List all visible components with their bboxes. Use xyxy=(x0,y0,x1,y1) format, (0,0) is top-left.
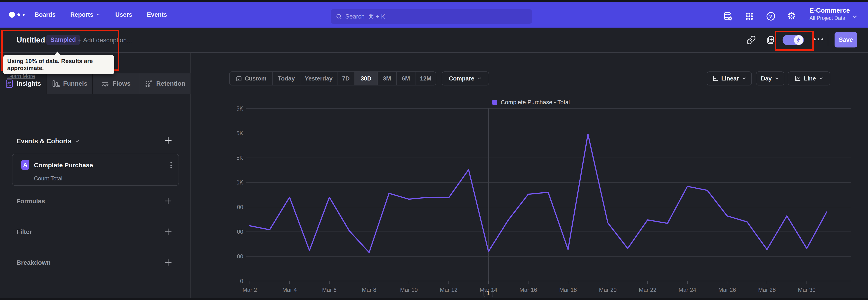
line-chart-icon xyxy=(794,75,801,82)
range-label: Custom xyxy=(245,75,267,82)
svg-text:Mar 2: Mar 2 xyxy=(243,287,257,293)
add-to-board-icon[interactable] xyxy=(766,35,775,46)
svg-text:Mar 10: Mar 10 xyxy=(400,287,418,293)
line-chart[interactable]: 17.5K15K12.5K10K7,5005,0002,5000Mar 2Mar… xyxy=(237,106,857,294)
events-cohorts-header[interactable]: Events & Cohorts xyxy=(17,138,80,145)
event-name[interactable]: Complete Purchase xyxy=(34,162,93,169)
divider xyxy=(828,34,828,46)
range-12m[interactable]: 12M xyxy=(415,72,436,85)
save-button[interactable]: Save xyxy=(835,32,857,48)
funnels-icon xyxy=(51,79,60,88)
section-filter: Filter xyxy=(17,228,32,236)
chevron-down-icon xyxy=(477,76,482,81)
add-event-button[interactable] xyxy=(164,136,173,146)
toggle-knob xyxy=(794,35,803,45)
svg-text:?: ? xyxy=(769,13,772,19)
section-breakdown: Breakdown xyxy=(17,259,51,266)
learn-more-link[interactable]: Learn More xyxy=(7,73,35,79)
nav-item-reports[interactable]: Reports xyxy=(70,11,101,18)
report-title[interactable]: Untitled xyxy=(17,35,45,44)
retention-icon xyxy=(145,79,153,88)
svg-text:7,500: 7,500 xyxy=(237,204,243,210)
add-filter-button[interactable] xyxy=(164,227,173,237)
range-label: Yesterday xyxy=(305,75,333,82)
date-range-control: Custom Today Yesterday 7D 30D 3M 6M 12M xyxy=(229,71,436,86)
nav-item-users[interactable]: Users xyxy=(115,11,132,18)
sampled-badge[interactable]: Sampled xyxy=(46,35,80,45)
sampling-toggle[interactable] xyxy=(782,35,804,45)
nav-item-boards[interactable]: Boards xyxy=(35,11,56,18)
tooltip-text: Using 10% of data. Results are approxima… xyxy=(7,58,110,72)
app-surface: Untitled Sampled + Add description... xyxy=(0,28,868,298)
search-icon xyxy=(336,13,342,20)
chevron-down-icon xyxy=(819,76,824,81)
svg-text:Mar 18: Mar 18 xyxy=(559,287,577,293)
range-30d[interactable]: 30D xyxy=(355,72,378,85)
report-header-bar: Untitled Sampled + Add description... xyxy=(0,28,868,53)
search-input[interactable] xyxy=(345,13,527,20)
interval-dropdown[interactable]: Day xyxy=(756,71,784,86)
search-input-container[interactable] xyxy=(331,9,532,24)
interval-label: Day xyxy=(761,75,772,82)
apps-grid-icon[interactable] xyxy=(745,12,754,21)
event-metric[interactable]: Count Total xyxy=(34,175,62,182)
svg-text:12.5K: 12.5K xyxy=(237,155,243,161)
svg-text:Mar 28: Mar 28 xyxy=(758,287,776,293)
svg-text:10K: 10K xyxy=(237,179,243,186)
tab-label: Insights xyxy=(17,80,41,87)
range-yesterday[interactable]: Yesterday xyxy=(301,72,338,85)
pagination-page-1[interactable]: 1 xyxy=(484,289,493,297)
legend-label: Complete Purchase - Total xyxy=(501,99,570,106)
mixpanel-logo-icon[interactable] xyxy=(9,12,25,18)
settings-gear-icon[interactable]: ⚙ xyxy=(787,11,796,21)
chevron-down-icon xyxy=(742,76,747,81)
copy-link-icon[interactable] xyxy=(746,35,756,46)
add-formula-button[interactable] xyxy=(164,197,173,206)
query-builder-sidebar: Insights Funnels Flows xyxy=(0,53,191,298)
add-description-button[interactable]: + Add description... xyxy=(78,37,132,44)
svg-text:Mar 6: Mar 6 xyxy=(322,287,337,293)
event-card[interactable]: A Complete Purchase Count Total xyxy=(12,154,179,186)
more-options-button[interactable] xyxy=(814,38,823,40)
project-name: E-Commerce xyxy=(809,7,850,14)
chart-legend[interactable]: Complete Purchase - Total xyxy=(492,99,570,106)
project-scope: All Project Data xyxy=(809,15,850,21)
scale-label: Linear xyxy=(721,75,739,82)
range-6m[interactable]: 6M xyxy=(397,72,416,85)
scale-dropdown[interactable]: Linear xyxy=(707,71,752,86)
project-switcher[interactable]: E-Commerce All Project Data xyxy=(809,7,850,21)
svg-text:Mar 30: Mar 30 xyxy=(798,287,815,293)
event-letter-badge: A xyxy=(21,160,29,170)
svg-text:17.5K: 17.5K xyxy=(237,106,243,112)
chart-type-dropdown[interactable]: Line xyxy=(788,71,830,86)
svg-text:Mar 20: Mar 20 xyxy=(599,287,617,293)
svg-text:Mar 26: Mar 26 xyxy=(718,287,736,293)
chevron-down-icon xyxy=(774,76,779,81)
tab-label: Funnels xyxy=(63,80,87,87)
add-breakdown-button[interactable] xyxy=(164,258,173,268)
range-7d[interactable]: 7D xyxy=(338,72,355,85)
tab-label: Flows xyxy=(113,80,130,87)
range-today[interactable]: Today xyxy=(273,72,300,85)
compare-button[interactable]: Compare xyxy=(442,71,489,86)
svg-text:Mar 8: Mar 8 xyxy=(362,287,376,293)
svg-text:0: 0 xyxy=(240,278,243,284)
range-custom[interactable]: Custom xyxy=(230,72,273,85)
range-label: 30D xyxy=(361,75,372,82)
section-formulas: Formulas xyxy=(17,198,45,205)
data-management-icon[interactable] xyxy=(723,11,733,21)
nav-item-events[interactable]: Events xyxy=(147,11,167,18)
chevron-down-icon xyxy=(96,12,101,17)
svg-text:Mar 16: Mar 16 xyxy=(520,287,537,293)
svg-text:Mar 24: Mar 24 xyxy=(679,287,696,293)
range-3m[interactable]: 3M xyxy=(378,72,397,85)
events-cohorts-label: Events & Cohorts xyxy=(17,138,71,145)
tab-retention[interactable]: Retention xyxy=(139,73,191,94)
range-label: 6M xyxy=(402,75,410,82)
svg-text:Mar 12: Mar 12 xyxy=(440,287,458,293)
legend-swatch xyxy=(492,100,497,105)
event-options-kebab-icon[interactable] xyxy=(170,161,172,170)
svg-text:15K: 15K xyxy=(237,130,243,136)
range-label: Today xyxy=(278,75,295,82)
help-icon[interactable]: ? xyxy=(766,11,776,21)
